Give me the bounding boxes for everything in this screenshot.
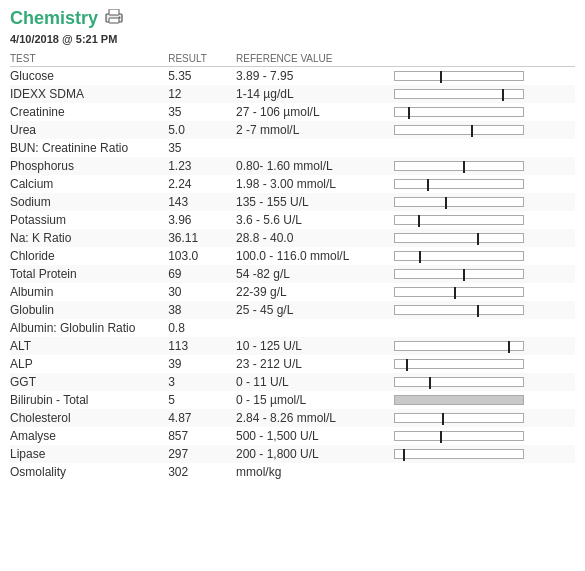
- cell-bar: [394, 121, 575, 139]
- cell-bar: [394, 265, 575, 283]
- cell-bar: [394, 319, 575, 337]
- cell-test: IDEXX SDMA: [10, 85, 168, 103]
- range-bar: [394, 249, 534, 263]
- bar-outer: [394, 341, 524, 351]
- cell-result: 297: [168, 445, 236, 463]
- bar-indicator: [440, 71, 442, 83]
- cell-ref: mmol/kg: [236, 463, 394, 481]
- cell-result: 1.23: [168, 157, 236, 175]
- bar-outer: [394, 107, 524, 117]
- cell-bar: [394, 103, 575, 121]
- cell-result: 35: [168, 103, 236, 121]
- bar-outer: [394, 125, 524, 135]
- table-row: Amalyse857500 - 1,500 U/L: [10, 427, 575, 445]
- results-table: TEST RESULT REFERENCE VALUE Glucose5.353…: [10, 51, 575, 481]
- cell-bar: [394, 229, 575, 247]
- bar-outer: [394, 305, 524, 315]
- cell-test: Albumin: Globulin Ratio: [10, 319, 168, 337]
- cell-bar: [394, 85, 575, 103]
- col-header-result: RESULT: [168, 51, 236, 67]
- cell-bar: [394, 355, 575, 373]
- range-bar: [394, 195, 534, 209]
- range-bar: [394, 429, 534, 443]
- bar-outer: [394, 449, 524, 459]
- bar-indicator: [408, 107, 410, 119]
- table-row: Osmolality302mmol/kg: [10, 463, 575, 481]
- cell-result: 103.0: [168, 247, 236, 265]
- cell-ref: 0 - 15 µmol/L: [236, 391, 394, 409]
- cell-ref: 0 - 11 U/L: [236, 373, 394, 391]
- bar-indicator: [502, 89, 504, 101]
- range-bar: [394, 213, 534, 227]
- table-row: Potassium3.963.6 - 5.6 U/L: [10, 211, 575, 229]
- cell-ref: 135 - 155 U/L: [236, 193, 394, 211]
- range-bar: [394, 303, 534, 317]
- cell-result: 0.8: [168, 319, 236, 337]
- bar-outer: [394, 431, 524, 441]
- range-bar: [394, 105, 534, 119]
- cell-test: Bilirubin - Total: [10, 391, 168, 409]
- table-row: Chloride103.0100.0 - 116.0 mmol/L: [10, 247, 575, 265]
- bar-indicator: [477, 305, 479, 317]
- bar-indicator: [406, 359, 408, 371]
- table-row: Total Protein6954 -82 g/L: [10, 265, 575, 283]
- cell-ref: 2 -7 mmol/L: [236, 121, 394, 139]
- cell-bar: [394, 373, 575, 391]
- cell-test: Sodium: [10, 193, 168, 211]
- cell-ref: 1.98 - 3.00 mmol/L: [236, 175, 394, 193]
- bar-indicator: [442, 413, 444, 425]
- cell-result: 113: [168, 337, 236, 355]
- table-row: IDEXX SDMA121-14 µg/dL: [10, 85, 575, 103]
- bar-outer: [394, 251, 524, 261]
- range-bar: [394, 411, 534, 425]
- cell-result: 36.11: [168, 229, 236, 247]
- cell-result: 38: [168, 301, 236, 319]
- table-row: Albumin: Globulin Ratio0.8: [10, 319, 575, 337]
- svg-rect-2: [109, 18, 119, 23]
- cell-test: Lipase: [10, 445, 168, 463]
- cell-test: ALT: [10, 337, 168, 355]
- cell-test: Cholesterol: [10, 409, 168, 427]
- cell-ref: 23 - 212 U/L: [236, 355, 394, 373]
- cell-bar: [394, 193, 575, 211]
- table-row: Globulin3825 - 45 g/L: [10, 301, 575, 319]
- cell-test: Osmolality: [10, 463, 168, 481]
- cell-result: 5: [168, 391, 236, 409]
- cell-result: 35: [168, 139, 236, 157]
- bar-indicator: [471, 125, 473, 137]
- range-bar: [394, 339, 534, 353]
- cell-ref: 22-39 g/L: [236, 283, 394, 301]
- cell-result: 857: [168, 427, 236, 445]
- cell-test: Amalyse: [10, 427, 168, 445]
- range-bar: [394, 393, 534, 407]
- bar-outer: [394, 359, 524, 369]
- cell-bar: [394, 409, 575, 427]
- cell-test: BUN: Creatinine Ratio: [10, 139, 168, 157]
- table-row: Creatinine3527 - 106 µmol/L: [10, 103, 575, 121]
- cell-bar: [394, 445, 575, 463]
- cell-bar: [394, 301, 575, 319]
- bar-indicator: [440, 431, 442, 443]
- range-bar: [394, 447, 534, 461]
- range-bar: [394, 69, 534, 83]
- table-row: Sodium143135 - 155 U/L: [10, 193, 575, 211]
- page-header: Chemistry: [10, 8, 575, 29]
- bar-outer: [394, 287, 524, 297]
- cell-ref: 28.8 - 40.0: [236, 229, 394, 247]
- printer-icon[interactable]: [104, 9, 124, 28]
- bar-outer: [394, 413, 524, 423]
- cell-result: 69: [168, 265, 236, 283]
- cell-ref: 0.80- 1.60 mmol/L: [236, 157, 394, 175]
- col-header-ref: REFERENCE VALUE: [236, 51, 394, 67]
- cell-result: 30: [168, 283, 236, 301]
- range-bar: [394, 231, 534, 245]
- cell-test: Total Protein: [10, 265, 168, 283]
- cell-result: 39: [168, 355, 236, 373]
- table-row: Lipase297200 - 1,800 U/L: [10, 445, 575, 463]
- table-row: Phosphorus1.230.80- 1.60 mmol/L: [10, 157, 575, 175]
- cell-ref: [236, 319, 394, 337]
- cell-test: Na: K Ratio: [10, 229, 168, 247]
- bar-outer: [394, 71, 524, 81]
- table-row: Cholesterol4.872.84 - 8.26 mmol/L: [10, 409, 575, 427]
- bar-indicator: [445, 197, 447, 209]
